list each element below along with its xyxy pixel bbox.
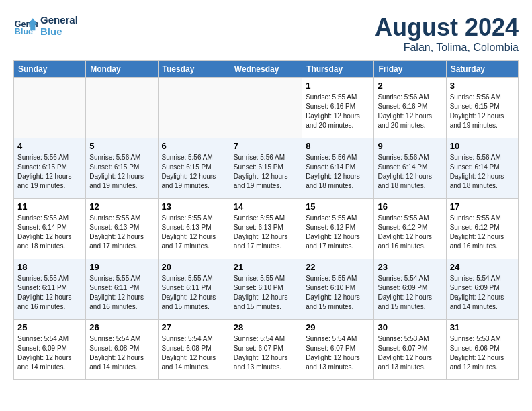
day-number: 7 (234, 141, 298, 151)
calendar-cell: 15Sunrise: 5:55 AM Sunset: 6:12 PM Dayli… (302, 199, 374, 259)
day-info: Sunrise: 5:54 AM Sunset: 6:08 PM Dayligh… (162, 334, 226, 372)
calendar-cell: 2Sunrise: 5:56 AM Sunset: 6:16 PM Daylig… (374, 78, 446, 138)
day-number: 30 (378, 322, 442, 332)
calendar-week-4: 18Sunrise: 5:55 AM Sunset: 6:11 PM Dayli… (14, 259, 519, 320)
calendar-cell: 22Sunrise: 5:55 AM Sunset: 6:10 PM Dayli… (302, 259, 374, 320)
day-info: Sunrise: 5:56 AM Sunset: 6:15 PM Dayligh… (89, 153, 154, 191)
day-number: 4 (17, 141, 82, 151)
day-info: Sunrise: 5:55 AM Sunset: 6:13 PM Dayligh… (162, 214, 226, 251)
logo: General Blue General Blue (13, 13, 78, 38)
calendar-cell: 3Sunrise: 5:56 AM Sunset: 6:15 PM Daylig… (446, 78, 518, 138)
calendar-cell: 10Sunrise: 5:56 AM Sunset: 6:14 PM Dayli… (446, 138, 518, 199)
day-number: 29 (306, 322, 370, 332)
day-info: Sunrise: 5:54 AM Sunset: 6:08 PM Dayligh… (89, 334, 154, 372)
day-number: 11 (17, 201, 82, 212)
day-number: 22 (306, 262, 370, 272)
day-info: Sunrise: 5:56 AM Sunset: 6:14 PM Dayligh… (306, 153, 370, 191)
day-info: Sunrise: 5:55 AM Sunset: 6:11 PM Dayligh… (89, 274, 154, 312)
day-number: 3 (450, 81, 515, 91)
day-info: Sunrise: 5:55 AM Sunset: 6:11 PM Dayligh… (162, 274, 226, 312)
logo-line1: General (40, 14, 78, 26)
calendar-cell: 16Sunrise: 5:55 AM Sunset: 6:12 PM Dayli… (374, 199, 446, 259)
calendar-cell: 12Sunrise: 5:55 AM Sunset: 6:13 PM Dayli… (86, 199, 158, 259)
calendar-cell: 9Sunrise: 5:56 AM Sunset: 6:14 PM Daylig… (374, 138, 446, 199)
calendar-cell: 28Sunrise: 5:54 AM Sunset: 6:07 PM Dayli… (230, 320, 302, 380)
day-number: 20 (162, 262, 226, 272)
day-number: 19 (89, 262, 154, 272)
day-number: 23 (378, 262, 442, 272)
calendar-cell: 4Sunrise: 5:56 AM Sunset: 6:15 PM Daylig… (14, 138, 86, 199)
day-info: Sunrise: 5:54 AM Sunset: 6:07 PM Dayligh… (234, 334, 298, 372)
calendar-week-3: 11Sunrise: 5:55 AM Sunset: 6:14 PM Dayli… (14, 199, 519, 259)
day-number: 26 (89, 322, 154, 332)
calendar-cell: 18Sunrise: 5:55 AM Sunset: 6:11 PM Dayli… (14, 259, 86, 320)
day-info: Sunrise: 5:55 AM Sunset: 6:13 PM Dayligh… (234, 214, 298, 251)
page-header: General Blue General Blue August 2024 Fa… (13, 13, 519, 54)
calendar-week-1: 1Sunrise: 5:55 AM Sunset: 6:16 PM Daylig… (14, 78, 519, 138)
day-info: Sunrise: 5:56 AM Sunset: 6:14 PM Dayligh… (450, 153, 515, 191)
day-number: 27 (162, 322, 226, 332)
day-info: Sunrise: 5:55 AM Sunset: 6:14 PM Dayligh… (17, 214, 82, 251)
day-info: Sunrise: 5:54 AM Sunset: 6:07 PM Dayligh… (306, 334, 370, 372)
calendar-cell: 19Sunrise: 5:55 AM Sunset: 6:11 PM Dayli… (86, 259, 158, 320)
day-info: Sunrise: 5:55 AM Sunset: 6:11 PM Dayligh… (17, 274, 82, 312)
month-title: August 2024 (375, 13, 519, 42)
calendar-cell: 7Sunrise: 5:56 AM Sunset: 6:15 PM Daylig… (230, 138, 302, 199)
day-number: 12 (89, 201, 154, 212)
logo-icon: General Blue (13, 13, 38, 38)
calendar-cell (86, 78, 158, 138)
calendar-cell: 1Sunrise: 5:55 AM Sunset: 6:16 PM Daylig… (302, 78, 374, 138)
day-number: 14 (234, 201, 298, 212)
calendar-cell: 24Sunrise: 5:54 AM Sunset: 6:09 PM Dayli… (446, 259, 518, 320)
calendar-cell: 29Sunrise: 5:54 AM Sunset: 6:07 PM Dayli… (302, 320, 374, 380)
calendar-cell: 14Sunrise: 5:55 AM Sunset: 6:13 PM Dayli… (230, 199, 302, 259)
day-info: Sunrise: 5:54 AM Sunset: 6:09 PM Dayligh… (450, 274, 515, 312)
calendar-cell (230, 78, 302, 138)
day-info: Sunrise: 5:53 AM Sunset: 6:07 PM Dayligh… (378, 334, 442, 372)
day-number: 17 (450, 201, 515, 212)
day-info: Sunrise: 5:55 AM Sunset: 6:10 PM Dayligh… (234, 274, 298, 312)
day-number: 5 (89, 141, 154, 151)
calendar-cell: 31Sunrise: 5:53 AM Sunset: 6:06 PM Dayli… (446, 320, 518, 380)
dow-header-monday: Monday (86, 61, 158, 78)
day-info: Sunrise: 5:55 AM Sunset: 6:16 PM Dayligh… (306, 93, 370, 130)
day-info: Sunrise: 5:55 AM Sunset: 6:13 PM Dayligh… (89, 214, 154, 251)
day-number: 8 (306, 141, 370, 151)
dow-header-thursday: Thursday (302, 61, 374, 78)
day-info: Sunrise: 5:56 AM Sunset: 6:15 PM Dayligh… (17, 153, 82, 191)
day-info: Sunrise: 5:56 AM Sunset: 6:16 PM Dayligh… (378, 93, 442, 130)
day-number: 21 (234, 262, 298, 272)
day-info: Sunrise: 5:54 AM Sunset: 6:09 PM Dayligh… (17, 334, 82, 372)
day-info: Sunrise: 5:53 AM Sunset: 6:06 PM Dayligh… (450, 334, 515, 372)
day-info: Sunrise: 5:55 AM Sunset: 6:10 PM Dayligh… (306, 274, 370, 312)
calendar-week-2: 4Sunrise: 5:56 AM Sunset: 6:15 PM Daylig… (14, 138, 519, 199)
calendar-cell: 21Sunrise: 5:55 AM Sunset: 6:10 PM Dayli… (230, 259, 302, 320)
day-number: 1 (306, 81, 370, 91)
day-number: 16 (378, 201, 442, 212)
calendar-cell: 5Sunrise: 5:56 AM Sunset: 6:15 PM Daylig… (86, 138, 158, 199)
dow-header-sunday: Sunday (14, 61, 86, 78)
day-number: 28 (234, 322, 298, 332)
calendar-cell: 26Sunrise: 5:54 AM Sunset: 6:08 PM Dayli… (86, 320, 158, 380)
dow-header-friday: Friday (374, 61, 446, 78)
day-info: Sunrise: 5:56 AM Sunset: 6:15 PM Dayligh… (450, 93, 515, 130)
calendar-cell: 23Sunrise: 5:54 AM Sunset: 6:09 PM Dayli… (374, 259, 446, 320)
day-number: 15 (306, 201, 370, 212)
calendar-cell (14, 78, 86, 138)
calendar-cell (158, 78, 230, 138)
logo-line2: Blue (40, 26, 78, 37)
days-of-week-row: SundayMondayTuesdayWednesdayThursdayFrid… (14, 61, 519, 78)
calendar-cell: 27Sunrise: 5:54 AM Sunset: 6:08 PM Dayli… (158, 320, 230, 380)
calendar-cell: 11Sunrise: 5:55 AM Sunset: 6:14 PM Dayli… (14, 199, 86, 259)
calendar-cell: 8Sunrise: 5:56 AM Sunset: 6:14 PM Daylig… (302, 138, 374, 199)
day-info: Sunrise: 5:56 AM Sunset: 6:15 PM Dayligh… (234, 153, 298, 191)
day-number: 9 (378, 141, 442, 151)
day-info: Sunrise: 5:54 AM Sunset: 6:09 PM Dayligh… (378, 274, 442, 312)
title-block: August 2024 Falan, Tolima, Colombia (375, 13, 519, 54)
svg-text:Blue: Blue (15, 27, 33, 36)
day-number: 6 (162, 141, 226, 151)
day-number: 2 (378, 81, 442, 91)
calendar-table: SundayMondayTuesdayWednesdayThursdayFrid… (13, 60, 519, 380)
day-info: Sunrise: 5:55 AM Sunset: 6:12 PM Dayligh… (378, 214, 442, 251)
day-info: Sunrise: 5:56 AM Sunset: 6:14 PM Dayligh… (378, 153, 442, 191)
